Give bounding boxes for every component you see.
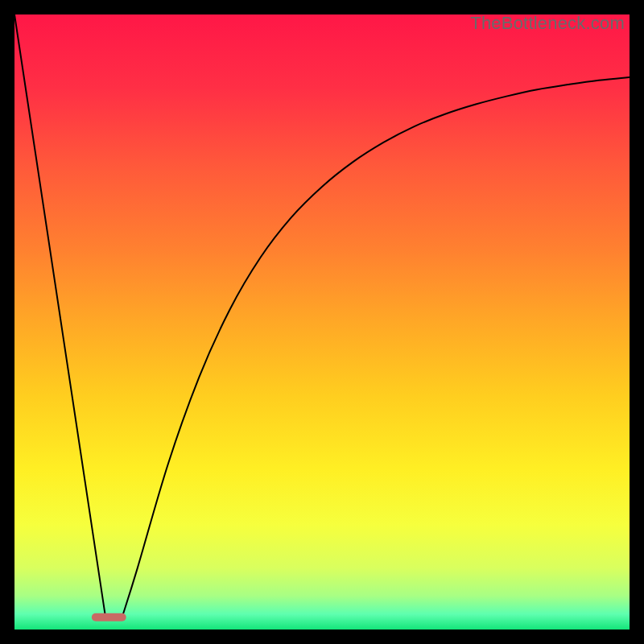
background-heat-gradient xyxy=(14,14,630,630)
plot-area: TheBottleneck.com xyxy=(14,14,630,630)
watermark-text: TheBottleneck.com xyxy=(470,13,625,34)
